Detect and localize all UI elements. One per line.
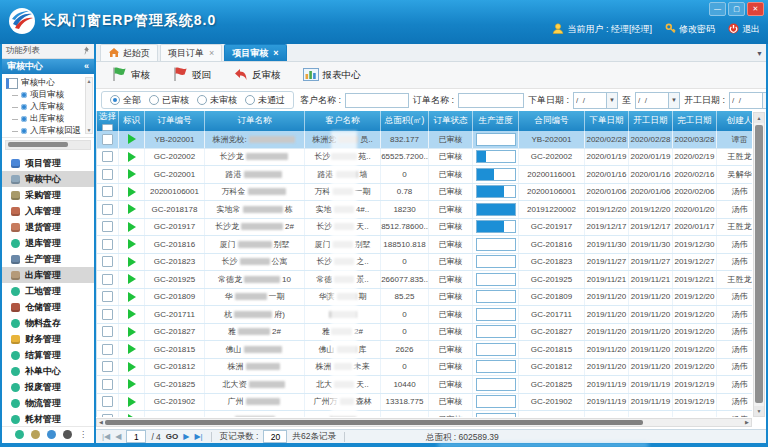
- row-checkbox[interactable]: [102, 396, 113, 407]
- table-row[interactable]: GC-201925常德龙 10常德景..266077.835..已审核GC-20…: [97, 271, 752, 289]
- tab-overflow-icon[interactable]: ▼: [756, 50, 763, 57]
- tab-close-icon[interactable]: ×: [209, 48, 214, 58]
- sidebar-item-退库管理[interactable]: 退库管理: [2, 235, 94, 251]
- sidebar-item-结算管理[interactable]: 结算管理: [2, 347, 94, 363]
- column-header-总面积(㎡)[interactable]: 总面积(㎡): [381, 111, 429, 131]
- row-checkbox[interactable]: [102, 344, 113, 355]
- table-row[interactable]: GC-201809华一期华滨期85.25已审核GC-2018092019/11/…: [97, 289, 752, 307]
- sidebar-item-入库管理[interactable]: 入库管理: [2, 203, 94, 219]
- tree-item-入库审核回退[interactable]: 入库审核回退: [6, 125, 84, 137]
- start-date-input[interactable]: ▼: [729, 92, 766, 109]
- table-row[interactable]: GC-201827雅2#雅2#0已审核GC-2018272019/11/2020…: [97, 324, 752, 342]
- radio-未审核[interactable]: 未审核: [197, 94, 237, 107]
- go-button[interactable]: GO: [166, 432, 178, 441]
- radio-未通过[interactable]: 未通过: [245, 94, 285, 107]
- sidebar-item-退货管理[interactable]: 退货管理: [2, 219, 94, 235]
- footer-cart-icon[interactable]: [31, 430, 40, 439]
- column-header-合同编号[interactable]: 合同编号: [519, 111, 585, 131]
- logout-button[interactable]: 退出: [728, 23, 760, 36]
- sidebar-item-物流管理[interactable]: 物流管理: [2, 395, 94, 411]
- table-row[interactable]: GC-201812株洲株洲未来0已审核GC-2018122019/11/2020…: [97, 359, 752, 377]
- column-header-创建人[interactable]: 创建人: [717, 111, 752, 131]
- table-vertical-scrollbar[interactable]: ▲ ▼: [753, 112, 765, 417]
- row-checkbox[interactable]: [102, 309, 113, 320]
- tree-horizontal-scrollbar[interactable]: [5, 140, 91, 150]
- tree-vertical-scrollbar[interactable]: ▲▼: [85, 77, 93, 134]
- scroll-up-icon[interactable]: ▲: [754, 113, 764, 123]
- order-name-input[interactable]: [458, 93, 524, 108]
- column-header-下单日期[interactable]: 下单日期: [585, 111, 629, 131]
- close-button[interactable]: ✕: [747, 2, 764, 16]
- order-date-to-input[interactable]: ▼: [635, 92, 680, 109]
- sidebar-item-补单中心[interactable]: 补单中心: [2, 363, 94, 379]
- sidebar-item-出库管理[interactable]: 出库管理: [2, 267, 94, 283]
- column-header-订单编号[interactable]: 订单编号: [145, 111, 205, 131]
- row-checkbox[interactable]: [102, 361, 113, 372]
- table-row[interactable]: GC-2018260已审核GC-2018262019/11/182019/11/…: [97, 411, 752, 417]
- change-password-button[interactable]: 修改密码: [665, 23, 715, 36]
- table-row[interactable]: GC-202001路港路港墙0已审核202001160012020/01/162…: [97, 166, 752, 184]
- first-page-button[interactable]: |◀: [102, 432, 110, 442]
- sidebar-item-采购管理[interactable]: 采购管理: [2, 187, 94, 203]
- page-number-input[interactable]: [126, 430, 146, 443]
- tree-root-audit-center[interactable]: 审核中心: [6, 77, 84, 89]
- scroll-left-icon[interactable]: ◀: [97, 419, 105, 426]
- radio-全部[interactable]: 全部: [110, 94, 141, 107]
- table-row[interactable]: GC-201711杭府)0已审核GC-2017112019/11/202019/…: [97, 306, 752, 324]
- next-page-button[interactable]: ▶: [183, 432, 189, 442]
- table-row[interactable]: GC-201815佛山佛山库2626已审核GC-2018152019/11/20…: [97, 341, 752, 359]
- toolbar-button-反审核[interactable]: 反审核: [224, 65, 290, 86]
- collapse-icon[interactable]: «: [84, 62, 89, 71]
- tree-item-入库审核[interactable]: 入库审核: [6, 101, 84, 113]
- footer-more-icon[interactable]: ⋮: [79, 430, 87, 439]
- tab-项目审核[interactable]: 项目审核×: [224, 44, 286, 61]
- last-page-button[interactable]: ▶|: [194, 432, 202, 442]
- accordion-header-audit-center[interactable]: 审核中心 «: [2, 59, 94, 74]
- scroll-right-icon[interactable]: ▶: [743, 419, 751, 426]
- horizontal-scroll-thumb[interactable]: [105, 420, 643, 425]
- vertical-scroll-thumb[interactable]: [755, 125, 763, 403]
- tree-item-项目审核[interactable]: 项目审核: [6, 89, 84, 101]
- tab-起始页[interactable]: 起始页: [100, 44, 158, 61]
- row-checkbox[interactable]: [102, 414, 113, 417]
- row-checkbox[interactable]: [102, 379, 113, 390]
- table-row[interactable]: 20200106001万科金万科一期0.78已审核202001060012020…: [97, 184, 752, 202]
- dropdown-icon[interactable]: ▼: [606, 93, 617, 108]
- tab-close-icon[interactable]: ×: [273, 48, 278, 58]
- table-row[interactable]: GC-202002长沙龙长沙苑..65525.7200..已审核GC-20200…: [97, 149, 752, 167]
- row-checkbox[interactable]: [102, 204, 113, 215]
- scroll-down-icon[interactable]: ▼: [754, 406, 764, 416]
- column-header-客户名称[interactable]: 客户名称: [305, 111, 381, 131]
- maximize-button[interactable]: ▢: [728, 2, 745, 16]
- tab-项目订单[interactable]: 项目订单×: [160, 44, 222, 61]
- row-checkbox[interactable]: [102, 134, 113, 145]
- toolbar-button-驳回[interactable]: 驳回: [163, 63, 220, 87]
- table-row[interactable]: GC-201816厦门别墅厦门别墅188510.818已审核GC-2018162…: [97, 236, 752, 254]
- order-date-from-input[interactable]: ▼: [573, 92, 618, 109]
- footer-doc-icon[interactable]: [47, 430, 56, 439]
- prev-page-button[interactable]: ◀: [115, 432, 121, 442]
- column-header-订单状态[interactable]: 订单状态: [429, 111, 473, 131]
- column-header-生产进度[interactable]: 生产进度: [473, 111, 519, 131]
- footer-dot-icon[interactable]: [15, 430, 24, 439]
- sidebar-item-仓储管理[interactable]: 仓储管理: [2, 299, 94, 315]
- dropdown-icon[interactable]: ▼: [668, 93, 679, 108]
- footer-user-icon[interactable]: [63, 430, 72, 439]
- row-checkbox[interactable]: [102, 256, 113, 267]
- sidebar-item-工地管理[interactable]: 工地管理: [2, 283, 94, 299]
- table-row[interactable]: GC-201825北大资北大天..10440已审核GC-2018252019/1…: [97, 376, 752, 394]
- sidebar-item-项目管理[interactable]: 项目管理: [2, 155, 94, 171]
- sidebar-item-财务管理[interactable]: 财务管理: [2, 331, 94, 347]
- row-checkbox[interactable]: [102, 239, 113, 250]
- column-header-开工日期[interactable]: 开工日期: [629, 111, 673, 131]
- table-row[interactable]: GC-201917长沙龙2#长沙天..8512.78600..已审核GC-201…: [97, 219, 752, 237]
- toolbar-button-报表中心[interactable]: 报表中心: [294, 65, 370, 86]
- row-checkbox[interactable]: [102, 291, 113, 302]
- select-all-checkbox[interactable]: [102, 124, 113, 131]
- row-checkbox[interactable]: [102, 186, 113, 197]
- customer-name-input[interactable]: [345, 93, 409, 108]
- pin-icon[interactable]: [82, 46, 90, 57]
- column-header-订单名称[interactable]: 订单名称: [205, 111, 305, 131]
- sidebar-item-耗材管理[interactable]: 耗材管理: [2, 411, 94, 427]
- row-checkbox[interactable]: [102, 169, 113, 180]
